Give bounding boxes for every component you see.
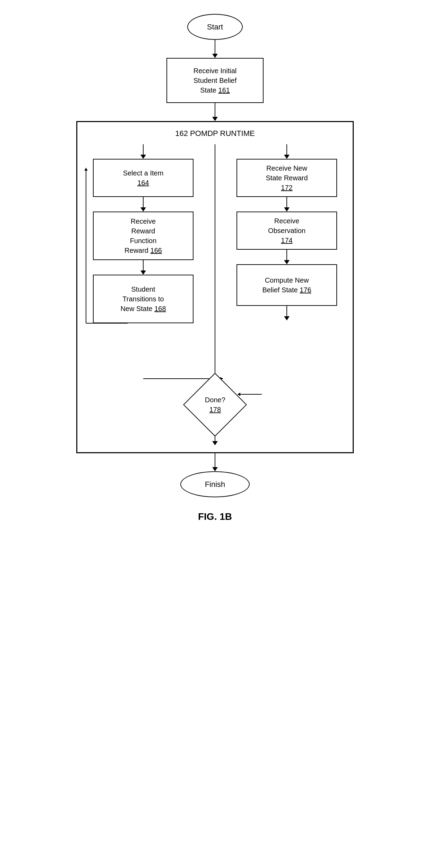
pomdp-label-text: 162 POMDP RUNTIME [175, 129, 255, 138]
done-area: Done?178 [84, 379, 346, 445]
arrow-line [215, 40, 215, 54]
column-divider [215, 144, 215, 382]
arrow-head [284, 316, 290, 320]
arrow-compute-to-done [284, 306, 290, 320]
arrow-head [140, 207, 146, 212]
pomdp-columns: Select a Item164 ReceiveRewardFunctionRe… [84, 144, 346, 382]
receive-new-state-reward-text: Receive NewState Reward172 [266, 163, 308, 192]
right-to-done-arrow [238, 393, 307, 417]
select-item-node: Select a Item164 [93, 159, 194, 197]
arrow-to-pomdp [212, 103, 218, 121]
right-column: Receive NewState Reward172 ReceiveObserv… [228, 144, 346, 320]
finish-node: Finish [180, 471, 250, 497]
receive-observation-text: ReceiveObservation174 [268, 216, 306, 245]
done-text: Done?178 [205, 395, 225, 414]
arrow-head [284, 155, 290, 159]
arrow-head [212, 441, 218, 445]
arrow-head [140, 155, 146, 159]
receive-initial-text: Receive InitialStudent BeliefState 161 [194, 66, 237, 95]
receive-observation-ref: 174 [281, 237, 292, 244]
receive-new-state-reward-ref: 172 [281, 184, 292, 191]
arrow-line [215, 453, 215, 467]
arrow-line [143, 197, 144, 207]
arrow-line [143, 260, 144, 270]
arrow-line [286, 250, 287, 260]
receive-new-state-reward-node: Receive NewState Reward172 [237, 159, 337, 197]
receive-reward-fn-ref: 166 [150, 247, 162, 254]
arrow-head [284, 260, 290, 264]
fig-label: FIG. 1B [198, 511, 232, 522]
arrow-obs-to-compute [284, 250, 290, 264]
pomdp-label: 162 POMDP RUNTIME [84, 129, 346, 138]
arrow-line [286, 197, 287, 207]
arrow-pomdp-to-finish [212, 453, 218, 471]
arrow-head [140, 270, 146, 275]
compute-new-belief-ref: 176 [300, 286, 311, 294]
start-node: Start [187, 14, 243, 40]
left-column: Select a Item164 ReceiveRewardFunctionRe… [84, 144, 202, 382]
diagram: Start Receive InitialStudent BeliefState… [73, 14, 357, 522]
page: Start Receive InitialStudent BeliefState… [0, 0, 430, 868]
arrow-select-to-reward [140, 197, 146, 212]
select-item-ref: 164 [137, 179, 149, 187]
arrow-line [286, 306, 287, 316]
receive-initial-ref: 161 [218, 86, 230, 94]
arrow-reward-to-transitions [140, 260, 146, 275]
student-transitions-ref: 168 [154, 305, 166, 312]
pomdp-box: 162 POMDP RUNTIME Select a Item164 [76, 121, 354, 453]
arrow-head [284, 207, 290, 212]
receive-initial-node: Receive InitialStudent BeliefState 161 [166, 58, 264, 103]
arrow-head [212, 54, 218, 58]
compute-new-belief-node: Compute NewBelief State 176 [237, 264, 337, 306]
select-item-text: Select a Item164 [123, 168, 164, 188]
finish-label: Finish [205, 480, 225, 489]
student-transitions-text: StudentTransitions toNew State 168 [120, 284, 166, 313]
receive-reward-fn-node: ReceiveRewardFunctionReward 166 [93, 212, 194, 260]
student-transitions-node: StudentTransitions toNew State 168 [93, 275, 194, 323]
arrow-into-left [140, 144, 146, 159]
arrow-line [286, 144, 287, 155]
compute-new-belief-text: Compute NewBelief State 176 [262, 275, 311, 295]
arrow-line [215, 103, 215, 117]
arrow-into-right [284, 144, 290, 159]
arrow-head [212, 117, 218, 121]
receive-reward-fn-text: ReceiveRewardFunctionReward 166 [124, 216, 162, 255]
svg-marker-3 [238, 393, 240, 396]
arrow-head [212, 467, 218, 471]
arrow-start-to-receive-initial [212, 40, 218, 58]
start-label: Start [207, 23, 223, 32]
arrow-new-state-to-obs [284, 197, 290, 212]
done-ref: 178 [209, 406, 221, 413]
arrow-line [143, 144, 144, 155]
done-diamond-wrap: Done?178 [192, 382, 238, 427]
receive-observation-node: ReceiveObservation174 [237, 212, 337, 250]
